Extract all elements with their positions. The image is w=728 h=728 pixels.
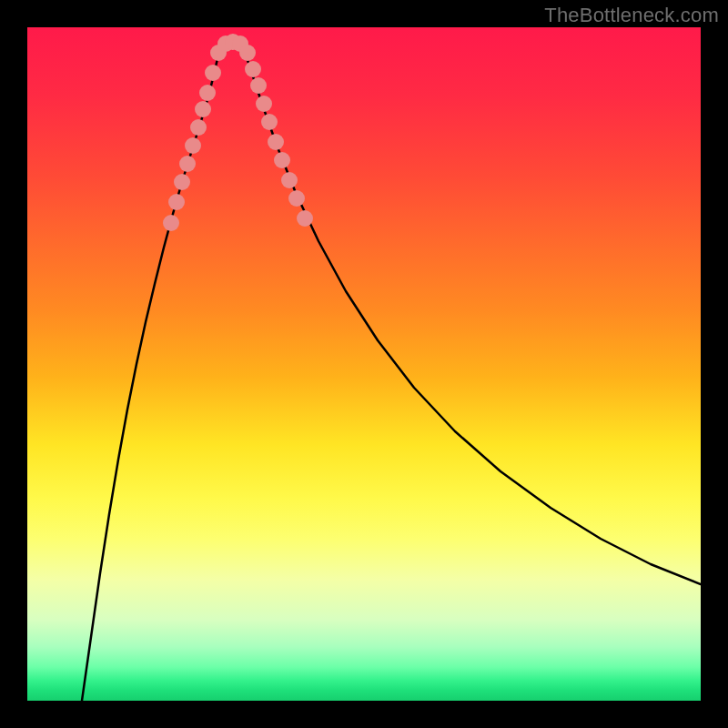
highlight-dot [297, 210, 313, 227]
highlight-dot [245, 61, 261, 77]
highlight-dot [256, 96, 272, 112]
highlight-dot [261, 114, 278, 130]
highlight-dot [205, 65, 221, 81]
highlight-dot [250, 77, 267, 94]
bottleneck-curve [82, 42, 701, 701]
highlight-dot [195, 101, 211, 117]
highlight-dot [274, 152, 290, 168]
highlight-dot [179, 156, 196, 172]
watermark-text: TheBottleneck.com [544, 4, 719, 27]
highlight-dot [168, 194, 185, 210]
chart-frame: TheBottleneck.com [0, 0, 728, 728]
plot-area [27, 27, 701, 701]
highlight-dot [199, 85, 216, 101]
highlight-dot [163, 215, 179, 231]
highlight-dot [185, 137, 201, 154]
highlight-dot [239, 45, 256, 61]
highlight-dot [190, 119, 207, 136]
highlight-dot [174, 174, 190, 190]
highlight-dot [281, 172, 298, 188]
highlight-dot [268, 134, 284, 150]
highlight-dot [288, 190, 305, 207]
curve-chart [27, 27, 701, 701]
